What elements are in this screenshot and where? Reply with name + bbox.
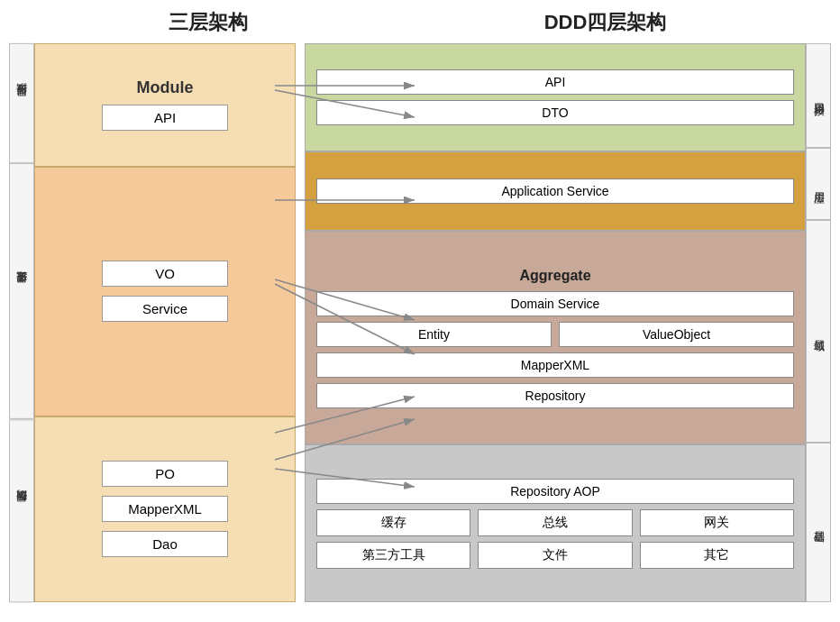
- ddd-layer-4: Repository AOP 缓存 总线 网关 第三方工具 文件 其它: [305, 444, 806, 602]
- left-service-box: Service: [102, 296, 228, 322]
- ddd-entity: Entity: [316, 322, 552, 347]
- left-layer-1: Module API: [34, 43, 296, 167]
- left-layer-3: PO MapperXML Dao: [34, 416, 296, 602]
- left-mapperxml-box: MapperXML: [102, 496, 228, 522]
- rv-label-3: 领域层: [806, 220, 831, 443]
- ddd-mapperxml: MapperXML: [316, 352, 794, 378]
- title-left: 三层架构: [82, 9, 334, 36]
- ddd-domain-service: Domain Service: [316, 291, 794, 316]
- left-api-box: API: [102, 105, 228, 131]
- left-vo-box: VO: [102, 261, 228, 287]
- ddd-layer-1: API DTO: [305, 43, 806, 151]
- rv-label-4: 基础层: [806, 443, 831, 602]
- ddd-other: 其它: [640, 542, 794, 569]
- title-right: DDD四层架构: [425, 9, 786, 36]
- titles-row: 三层架构 DDD四层架构: [9, 9, 831, 36]
- left-dao-box: Dao: [102, 531, 228, 557]
- vert-label-3: 数据访问层: [9, 419, 34, 602]
- ddd-gateway: 网关: [640, 509, 794, 536]
- rv-label-1: 用户接口层: [806, 43, 831, 148]
- left-vert-labels: 业务接口层 业务逻辑层 数据访问层: [9, 43, 34, 602]
- right-column: API DTO Application Service Aggregate Do…: [305, 43, 806, 602]
- ddd-infra-row1: 缓存 总线 网关: [316, 509, 794, 536]
- rv-label-2: 应用层: [806, 148, 831, 221]
- ddd-dto: DTO: [316, 100, 794, 125]
- ddd-layer-3: Aggregate Domain Service Entity ValueObj…: [305, 231, 806, 444]
- page-container: 三层架构 DDD四层架构 业务接口层 业务逻辑层 数据访问层 Module AP…: [0, 0, 840, 622]
- right-outer: API DTO Application Service Aggregate Do…: [296, 43, 831, 602]
- ddd-repo-aop: Repository AOP: [316, 479, 794, 504]
- ddd-valueobject: ValueObject: [559, 322, 794, 347]
- ddd-bus: 总线: [478, 509, 632, 536]
- ddd-entity-row: Entity ValueObject: [316, 322, 794, 347]
- right-vert-labels: 用户接口层 应用层 领域层 基础层: [806, 43, 831, 602]
- ddd-3rdparty: 第三方工具: [316, 542, 470, 569]
- main-layout: 业务接口层 业务逻辑层 数据访问层 Module API VO Service …: [9, 43, 831, 602]
- ddd-layer-2: Application Service: [305, 151, 806, 231]
- left-layer-2: VO Service: [34, 167, 296, 416]
- aggregate-label: Aggregate: [519, 268, 590, 284]
- vert-label-2: 业务逻辑层: [9, 163, 34, 419]
- ddd-file: 文件: [478, 542, 632, 569]
- ddd-api: API: [316, 69, 794, 95]
- left-po-box: PO: [102, 461, 228, 487]
- module-label: Module: [137, 78, 194, 97]
- ddd-repository: Repository: [316, 383, 794, 408]
- vert-label-1: 业务接口层: [9, 43, 34, 163]
- ddd-cache: 缓存: [316, 509, 470, 536]
- left-column: Module API VO Service PO MapperXML Dao: [34, 43, 296, 602]
- ddd-infra-row2: 第三方工具 文件 其它: [316, 542, 794, 569]
- ddd-app-service: Application Service: [316, 178, 794, 204]
